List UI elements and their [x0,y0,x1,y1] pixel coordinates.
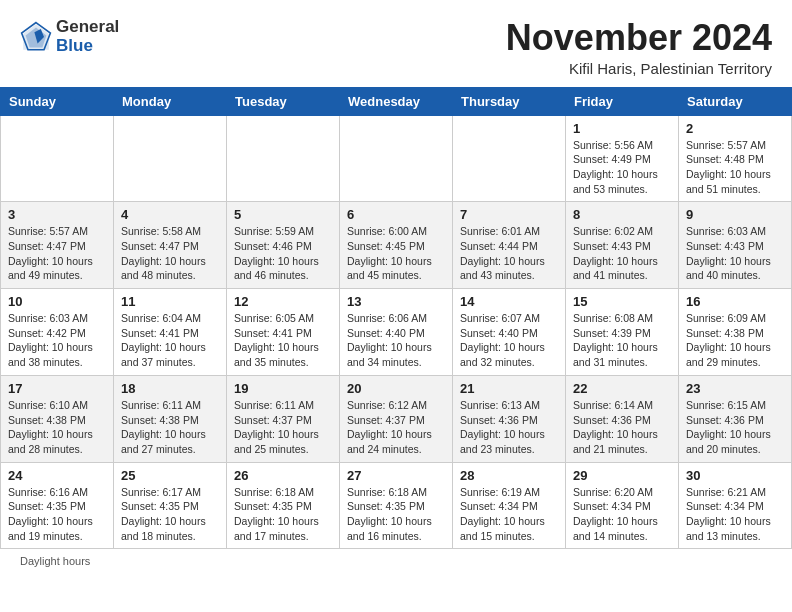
day-number: 21 [460,381,558,396]
calendar-week-row: 10Sunrise: 6:03 AM Sunset: 4:42 PM Dayli… [1,289,792,376]
calendar-day-cell: 8Sunrise: 6:02 AM Sunset: 4:43 PM Daylig… [566,202,679,289]
day-info: Sunrise: 5:59 AM Sunset: 4:46 PM Dayligh… [234,224,332,283]
day-info: Sunrise: 6:21 AM Sunset: 4:34 PM Dayligh… [686,485,784,544]
day-info: Sunrise: 6:05 AM Sunset: 4:41 PM Dayligh… [234,311,332,370]
day-info: Sunrise: 6:14 AM Sunset: 4:36 PM Dayligh… [573,398,671,457]
day-number: 23 [686,381,784,396]
day-number: 4 [121,207,219,222]
day-number: 6 [347,207,445,222]
calendar-week-row: 1Sunrise: 5:56 AM Sunset: 4:49 PM Daylig… [1,115,792,202]
day-info: Sunrise: 6:03 AM Sunset: 4:43 PM Dayligh… [686,224,784,283]
calendar-header-row: SundayMondayTuesdayWednesdayThursdayFrid… [1,87,792,115]
calendar-day-cell: 13Sunrise: 6:06 AM Sunset: 4:40 PM Dayli… [340,289,453,376]
calendar-day-header: Tuesday [227,87,340,115]
day-number: 13 [347,294,445,309]
calendar-day-cell: 14Sunrise: 6:07 AM Sunset: 4:40 PM Dayli… [453,289,566,376]
calendar-day-cell: 16Sunrise: 6:09 AM Sunset: 4:38 PM Dayli… [679,289,792,376]
day-number: 8 [573,207,671,222]
calendar-day-cell: 29Sunrise: 6:20 AM Sunset: 4:34 PM Dayli… [566,462,679,549]
calendar-day-cell: 11Sunrise: 6:04 AM Sunset: 4:41 PM Dayli… [114,289,227,376]
calendar-day-cell: 7Sunrise: 6:01 AM Sunset: 4:44 PM Daylig… [453,202,566,289]
calendar-day-cell: 6Sunrise: 6:00 AM Sunset: 4:45 PM Daylig… [340,202,453,289]
footer-note: Daylight hours [0,549,792,573]
day-number: 22 [573,381,671,396]
day-number: 27 [347,468,445,483]
day-info: Sunrise: 6:12 AM Sunset: 4:37 PM Dayligh… [347,398,445,457]
day-number: 2 [686,121,784,136]
day-info: Sunrise: 6:06 AM Sunset: 4:40 PM Dayligh… [347,311,445,370]
day-number: 28 [460,468,558,483]
month-title: November 2024 [506,18,772,58]
calendar-day-cell: 23Sunrise: 6:15 AM Sunset: 4:36 PM Dayli… [679,375,792,462]
logo: General Blue [20,18,119,55]
day-info: Sunrise: 6:04 AM Sunset: 4:41 PM Dayligh… [121,311,219,370]
day-info: Sunrise: 6:00 AM Sunset: 4:45 PM Dayligh… [347,224,445,283]
day-info: Sunrise: 6:17 AM Sunset: 4:35 PM Dayligh… [121,485,219,544]
day-number: 30 [686,468,784,483]
day-info: Sunrise: 6:01 AM Sunset: 4:44 PM Dayligh… [460,224,558,283]
day-number: 14 [460,294,558,309]
day-info: Sunrise: 6:09 AM Sunset: 4:38 PM Dayligh… [686,311,784,370]
day-number: 11 [121,294,219,309]
calendar-day-cell: 25Sunrise: 6:17 AM Sunset: 4:35 PM Dayli… [114,462,227,549]
calendar-day-cell: 20Sunrise: 6:12 AM Sunset: 4:37 PM Dayli… [340,375,453,462]
day-info: Sunrise: 5:57 AM Sunset: 4:48 PM Dayligh… [686,138,784,197]
calendar-day-cell: 1Sunrise: 5:56 AM Sunset: 4:49 PM Daylig… [566,115,679,202]
logo-blue-text: Blue [56,37,119,56]
day-number: 10 [8,294,106,309]
day-number: 18 [121,381,219,396]
day-info: Sunrise: 6:07 AM Sunset: 4:40 PM Dayligh… [460,311,558,370]
day-number: 15 [573,294,671,309]
calendar-day-header: Thursday [453,87,566,115]
calendar-week-row: 24Sunrise: 6:16 AM Sunset: 4:35 PM Dayli… [1,462,792,549]
day-info: Sunrise: 6:13 AM Sunset: 4:36 PM Dayligh… [460,398,558,457]
day-number: 7 [460,207,558,222]
title-section: November 2024 Kifil Haris, Palestinian T… [506,18,772,77]
calendar-day-cell: 17Sunrise: 6:10 AM Sunset: 4:38 PM Dayli… [1,375,114,462]
day-info: Sunrise: 6:18 AM Sunset: 4:35 PM Dayligh… [347,485,445,544]
calendar-day-cell [1,115,114,202]
day-info: Sunrise: 6:18 AM Sunset: 4:35 PM Dayligh… [234,485,332,544]
day-number: 16 [686,294,784,309]
day-number: 29 [573,468,671,483]
calendar-day-header: Monday [114,87,227,115]
calendar-day-cell: 19Sunrise: 6:11 AM Sunset: 4:37 PM Dayli… [227,375,340,462]
day-number: 12 [234,294,332,309]
daylight-hours-label: Daylight hours [20,555,90,567]
calendar-day-cell [340,115,453,202]
day-number: 9 [686,207,784,222]
day-info: Sunrise: 6:10 AM Sunset: 4:38 PM Dayligh… [8,398,106,457]
day-info: Sunrise: 6:03 AM Sunset: 4:42 PM Dayligh… [8,311,106,370]
day-number: 24 [8,468,106,483]
calendar-day-cell [453,115,566,202]
calendar-week-row: 3Sunrise: 5:57 AM Sunset: 4:47 PM Daylig… [1,202,792,289]
calendar-day-header: Wednesday [340,87,453,115]
calendar-day-cell: 28Sunrise: 6:19 AM Sunset: 4:34 PM Dayli… [453,462,566,549]
logo-icon [20,21,52,53]
calendar-day-cell: 24Sunrise: 6:16 AM Sunset: 4:35 PM Dayli… [1,462,114,549]
day-info: Sunrise: 5:58 AM Sunset: 4:47 PM Dayligh… [121,224,219,283]
calendar-day-cell: 22Sunrise: 6:14 AM Sunset: 4:36 PM Dayli… [566,375,679,462]
calendar-day-cell: 21Sunrise: 6:13 AM Sunset: 4:36 PM Dayli… [453,375,566,462]
calendar-day-header: Sunday [1,87,114,115]
calendar-day-cell: 30Sunrise: 6:21 AM Sunset: 4:34 PM Dayli… [679,462,792,549]
day-info: Sunrise: 6:02 AM Sunset: 4:43 PM Dayligh… [573,224,671,283]
calendar-day-cell: 5Sunrise: 5:59 AM Sunset: 4:46 PM Daylig… [227,202,340,289]
day-info: Sunrise: 5:57 AM Sunset: 4:47 PM Dayligh… [8,224,106,283]
calendar-day-header: Friday [566,87,679,115]
calendar-week-row: 17Sunrise: 6:10 AM Sunset: 4:38 PM Dayli… [1,375,792,462]
location-text: Kifil Haris, Palestinian Territory [506,60,772,77]
day-number: 1 [573,121,671,136]
calendar-day-cell: 15Sunrise: 6:08 AM Sunset: 4:39 PM Dayli… [566,289,679,376]
calendar-day-cell: 2Sunrise: 5:57 AM Sunset: 4:48 PM Daylig… [679,115,792,202]
day-number: 26 [234,468,332,483]
calendar-table: SundayMondayTuesdayWednesdayThursdayFrid… [0,87,792,550]
calendar-day-cell [114,115,227,202]
day-info: Sunrise: 6:11 AM Sunset: 4:38 PM Dayligh… [121,398,219,457]
day-number: 20 [347,381,445,396]
page-header: General Blue November 2024 Kifil Haris, … [0,0,792,87]
day-number: 19 [234,381,332,396]
day-number: 25 [121,468,219,483]
day-number: 3 [8,207,106,222]
day-number: 5 [234,207,332,222]
